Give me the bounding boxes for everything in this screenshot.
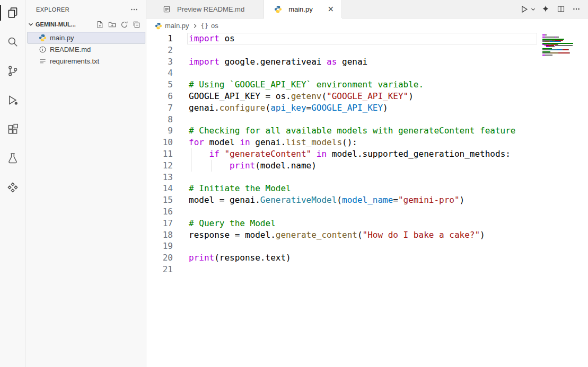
file-row-main-py[interactable]: main.py: [28, 32, 145, 43]
more-actions-button[interactable]: [570, 3, 583, 15]
code-line[interactable]: genai.configure(api_key=GOOGLE_API_KEY): [189, 102, 535, 114]
line-number[interactable]: 17: [146, 218, 173, 229]
line-number[interactable]: 20: [146, 252, 173, 264]
activity-item-run-debug[interactable]: [0, 87, 25, 113]
code-line[interactable]: import google.generativeai as genai: [189, 56, 535, 68]
run-python-file-button[interactable]: [517, 3, 530, 15]
code-line[interactable]: print(response.text): [189, 252, 535, 264]
code-line[interactable]: # Query the Model: [189, 218, 535, 229]
line-number[interactable]: 8: [146, 114, 173, 126]
line-number[interactable]: 19: [146, 240, 173, 252]
code-line[interactable]: [189, 67, 535, 79]
folder-name: GEMINI-MUL...: [36, 21, 94, 28]
breadcrumb-item-symbol[interactable]: {} os: [201, 22, 218, 30]
code-line[interactable]: # Using `GOOGLE_API_KEY` environment var…: [189, 79, 535, 91]
line-number[interactable]: 10: [146, 137, 173, 148]
line-number[interactable]: 2: [146, 44, 173, 56]
line-number[interactable]: 11: [146, 148, 173, 160]
line-number[interactable]: 14: [146, 183, 173, 194]
indent-guide: [191, 160, 191, 172]
file-label: main.py: [50, 34, 74, 42]
file-row-readme-md[interactable]: README.md: [28, 43, 145, 55]
line-number[interactable]: 12: [146, 160, 173, 172]
activity-item-extensions[interactable]: [0, 117, 25, 142]
source-control-icon: [7, 65, 19, 77]
tab-main-py[interactable]: main.py ×: [264, 0, 342, 18]
file-label: requirements.txt: [50, 57, 99, 65]
line-number[interactable]: 21: [146, 264, 173, 275]
file-row-requirements-txt[interactable]: requirements.txt: [28, 55, 145, 67]
code-editor[interactable]: 123456789101112131415161718192021 import…: [146, 33, 588, 367]
section-actions: [94, 19, 142, 30]
code-line[interactable]: # Initiate the Model: [189, 183, 535, 194]
code-line[interactable]: print(model.name): [189, 160, 535, 172]
tab-preview-readme[interactable]: Preview README.md: [146, 0, 264, 18]
code-lines[interactable]: import osimport google.generativeai as g…: [189, 33, 535, 275]
line-number[interactable]: 3: [146, 56, 173, 68]
editor-group: Preview README.md main.py ×: [146, 0, 588, 367]
file-label: README.md: [50, 46, 91, 53]
code-line[interactable]: [189, 114, 535, 126]
explorer-sidebar: EXPLORER GEMINI-MUL...: [25, 0, 146, 367]
activity-item-source-control[interactable]: [0, 58, 25, 84]
line-number[interactable]: 5: [146, 79, 173, 91]
minimap-line: [542, 56, 582, 57]
new-folder-button[interactable]: [107, 19, 117, 30]
new-file-button[interactable]: [94, 19, 105, 30]
code-line[interactable]: [189, 240, 535, 252]
info-icon: [38, 45, 47, 53]
breadcrumb-file-label: main.py: [165, 22, 189, 30]
sidebar-title: EXPLORER: [36, 6, 69, 13]
code-line[interactable]: GOOGLE_API_KEY = os.getenv("GOOGLE_API_K…: [189, 91, 535, 102]
four-diamonds-icon: [7, 182, 19, 193]
activity-item-search[interactable]: [0, 29, 25, 55]
file-list: main.py README.md requirements.txt: [25, 32, 146, 67]
text-file-icon: [38, 57, 47, 65]
python-icon: [274, 5, 282, 13]
line-number[interactable]: 1: [146, 33, 173, 44]
chevron-down-icon: [27, 20, 35, 29]
refresh-button[interactable]: [119, 19, 129, 30]
breadcrumb: main.py {} os: [146, 19, 588, 33]
editor-actions: [517, 0, 588, 18]
line-number[interactable]: 16: [146, 206, 173, 218]
python-icon: [38, 33, 47, 42]
activity-item-explorer[interactable]: [0, 0, 25, 25]
line-number[interactable]: 4: [146, 67, 173, 79]
line-number[interactable]: 7: [146, 102, 173, 114]
code-line[interactable]: model = genai.GenerativeModel(model_name…: [189, 194, 535, 206]
code-line[interactable]: [189, 206, 535, 218]
collapse-all-button[interactable]: [131, 19, 142, 30]
chevron-right-icon: [191, 22, 199, 30]
line-number[interactable]: 15: [146, 194, 173, 206]
code-line[interactable]: response = model.generate_content("How d…: [189, 229, 535, 241]
activity-item-gemini-extension[interactable]: [0, 175, 25, 200]
activity-item-testing[interactable]: [0, 146, 25, 171]
line-number[interactable]: 6: [146, 91, 173, 102]
extensions-icon: [7, 123, 19, 135]
split-editor-button[interactable]: [555, 3, 567, 15]
code-line[interactable]: [189, 264, 535, 275]
code-line[interactable]: [189, 172, 535, 183]
tab-label: main.py: [288, 5, 313, 13]
folder-section-header[interactable]: GEMINI-MUL...: [25, 19, 146, 30]
run-debug-icon: [7, 94, 19, 106]
breadcrumb-item-file[interactable]: main.py: [155, 22, 189, 30]
code-line[interactable]: [189, 44, 535, 56]
code-line[interactable]: import os: [189, 33, 535, 44]
run-dropdown-chevron-icon[interactable]: [530, 3, 537, 15]
code-line[interactable]: if "generateContent" in model.supported_…: [189, 148, 535, 160]
line-number[interactable]: 9: [146, 125, 173, 137]
vscode-window: EXPLORER GEMINI-MUL...: [0, 0, 588, 367]
beaker-icon: [7, 153, 19, 164]
explorer-more-actions-button[interactable]: [129, 4, 139, 15]
indent-guide: [191, 148, 191, 160]
close-icon[interactable]: ×: [326, 4, 336, 14]
line-number[interactable]: 18: [146, 229, 173, 241]
code-line[interactable]: for model in genai.list_models():: [189, 137, 535, 148]
code-line[interactable]: # Checking for all available models with…: [189, 125, 535, 137]
sparkle-icon[interactable]: [539, 3, 552, 15]
line-number[interactable]: 13: [146, 172, 173, 183]
tab-bar: Preview README.md main.py ×: [146, 0, 588, 19]
minimap[interactable]: [542, 34, 582, 57]
